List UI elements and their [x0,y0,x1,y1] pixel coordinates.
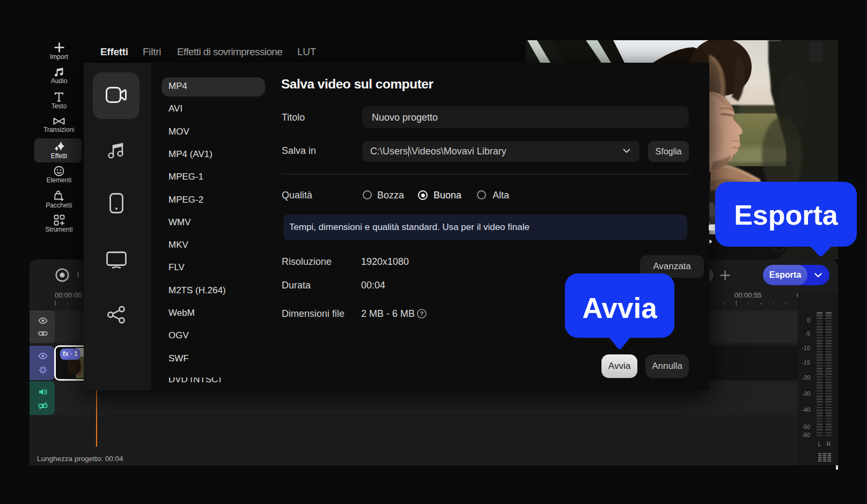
svg-text:?: ? [420,310,424,317]
